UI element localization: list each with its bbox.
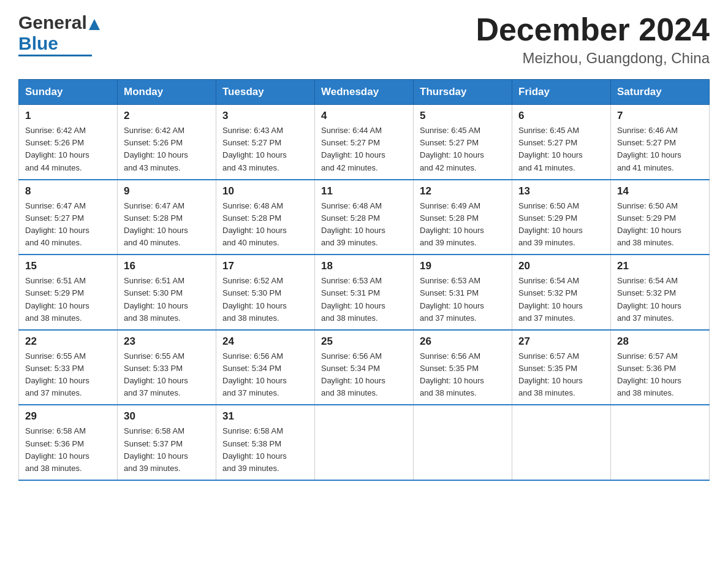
day-info: Sunrise: 6:56 AMSunset: 5:34 PMDaylight:…	[222, 350, 308, 400]
calendar-week-row: 29Sunrise: 6:58 AMSunset: 5:36 PMDayligh…	[19, 405, 710, 480]
calendar-cell: 5Sunrise: 6:45 AMSunset: 5:27 PMDaylight…	[414, 105, 512, 180]
day-info: Sunrise: 6:47 AMSunset: 5:27 PMDaylight:…	[25, 200, 111, 250]
day-info: Sunrise: 6:54 AMSunset: 5:32 PMDaylight:…	[518, 275, 604, 324]
day-number: 24	[222, 335, 308, 348]
day-number: 23	[124, 335, 210, 348]
day-info: Sunrise: 6:55 AMSunset: 5:33 PMDaylight:…	[25, 350, 111, 400]
header-monday: Monday	[118, 80, 216, 105]
day-info: Sunrise: 6:55 AMSunset: 5:33 PMDaylight:…	[124, 350, 210, 400]
calendar-cell: 28Sunrise: 6:57 AMSunset: 5:36 PMDayligh…	[611, 330, 710, 405]
logo-text-blue: Blue	[18, 33, 58, 54]
day-info: Sunrise: 6:57 AMSunset: 5:36 PMDaylight:…	[617, 350, 703, 400]
calendar-cell: 30Sunrise: 6:58 AMSunset: 5:37 PMDayligh…	[118, 405, 216, 480]
header-sunday: Sunday	[19, 80, 118, 105]
day-info: Sunrise: 6:42 AMSunset: 5:26 PMDaylight:…	[124, 124, 210, 174]
day-number: 17	[222, 260, 308, 272]
calendar-week-row: 1Sunrise: 6:42 AMSunset: 5:26 PMDaylight…	[19, 105, 710, 180]
logo-text-general: General	[18, 12, 87, 33]
day-info: Sunrise: 6:48 AMSunset: 5:28 PMDaylight:…	[321, 200, 407, 250]
weekday-header-row: Sunday Monday Tuesday Wednesday Thursday…	[19, 80, 710, 105]
day-info: Sunrise: 6:51 AMSunset: 5:30 PMDaylight:…	[124, 275, 210, 324]
header-thursday: Thursday	[414, 80, 512, 105]
calendar-cell: 21Sunrise: 6:54 AMSunset: 5:32 PMDayligh…	[611, 255, 710, 330]
day-number: 5	[420, 110, 506, 122]
day-info: Sunrise: 6:58 AMSunset: 5:37 PMDaylight:…	[124, 425, 210, 475]
day-info: Sunrise: 6:47 AMSunset: 5:28 PMDaylight:…	[124, 200, 210, 250]
day-number: 31	[222, 410, 308, 423]
calendar-cell: 9Sunrise: 6:47 AMSunset: 5:28 PMDaylight…	[118, 180, 216, 255]
calendar-cell: 19Sunrise: 6:53 AMSunset: 5:31 PMDayligh…	[414, 255, 512, 330]
calendar-cell	[315, 405, 414, 480]
calendar-cell: 27Sunrise: 6:57 AMSunset: 5:35 PMDayligh…	[512, 330, 611, 405]
day-info: Sunrise: 6:50 AMSunset: 5:29 PMDaylight:…	[617, 200, 703, 250]
calendar-cell: 4Sunrise: 6:44 AMSunset: 5:27 PMDaylight…	[315, 105, 414, 180]
day-info: Sunrise: 6:56 AMSunset: 5:35 PMDaylight:…	[420, 350, 506, 400]
day-number: 10	[222, 185, 308, 197]
calendar-cell: 26Sunrise: 6:56 AMSunset: 5:35 PMDayligh…	[414, 330, 512, 405]
day-info: Sunrise: 6:53 AMSunset: 5:31 PMDaylight:…	[420, 275, 506, 324]
day-info: Sunrise: 6:58 AMSunset: 5:38 PMDaylight:…	[222, 425, 308, 475]
day-number: 9	[124, 185, 210, 197]
day-info: Sunrise: 6:56 AMSunset: 5:34 PMDaylight:…	[321, 350, 407, 400]
day-info: Sunrise: 6:50 AMSunset: 5:29 PMDaylight:…	[518, 200, 604, 250]
calendar-cell: 14Sunrise: 6:50 AMSunset: 5:29 PMDayligh…	[611, 180, 710, 255]
calendar-cell: 24Sunrise: 6:56 AMSunset: 5:34 PMDayligh…	[216, 330, 315, 405]
calendar-cell: 2Sunrise: 6:42 AMSunset: 5:26 PMDaylight…	[118, 105, 216, 180]
calendar-cell: 23Sunrise: 6:55 AMSunset: 5:33 PMDayligh…	[118, 330, 216, 405]
day-info: Sunrise: 6:57 AMSunset: 5:35 PMDaylight:…	[518, 350, 604, 400]
calendar-week-row: 22Sunrise: 6:55 AMSunset: 5:33 PMDayligh…	[19, 330, 710, 405]
day-number: 15	[25, 260, 111, 272]
calendar-cell: 7Sunrise: 6:46 AMSunset: 5:27 PMDaylight…	[611, 105, 710, 180]
day-info: Sunrise: 6:42 AMSunset: 5:26 PMDaylight:…	[25, 124, 111, 174]
calendar-cell: 3Sunrise: 6:43 AMSunset: 5:27 PMDaylight…	[216, 105, 315, 180]
day-info: Sunrise: 6:46 AMSunset: 5:27 PMDaylight:…	[617, 124, 703, 174]
day-number: 27	[518, 335, 604, 348]
day-number: 21	[617, 260, 703, 272]
day-number: 11	[321, 185, 407, 197]
calendar-cell: 12Sunrise: 6:49 AMSunset: 5:28 PMDayligh…	[414, 180, 512, 255]
calendar-cell: 8Sunrise: 6:47 AMSunset: 5:27 PMDaylight…	[19, 180, 118, 255]
day-number: 7	[617, 110, 703, 122]
day-number: 13	[518, 185, 604, 197]
day-number: 16	[124, 260, 210, 272]
day-info: Sunrise: 6:44 AMSunset: 5:27 PMDaylight:…	[321, 124, 407, 174]
day-number: 14	[617, 185, 703, 197]
logo: General Blue	[18, 12, 100, 56]
calendar-cell: 18Sunrise: 6:53 AMSunset: 5:31 PMDayligh…	[315, 255, 414, 330]
calendar-cell: 6Sunrise: 6:45 AMSunset: 5:27 PMDaylight…	[512, 105, 611, 180]
day-number: 26	[420, 335, 506, 348]
calendar-cell: 11Sunrise: 6:48 AMSunset: 5:28 PMDayligh…	[315, 180, 414, 255]
calendar-cell: 16Sunrise: 6:51 AMSunset: 5:30 PMDayligh…	[118, 255, 216, 330]
calendar-cell: 1Sunrise: 6:42 AMSunset: 5:26 PMDaylight…	[19, 105, 118, 180]
day-number: 28	[617, 335, 703, 348]
title-section: December 2024 Meizhou, Guangdong, China	[476, 12, 710, 67]
calendar-cell: 17Sunrise: 6:52 AMSunset: 5:30 PMDayligh…	[216, 255, 315, 330]
day-number: 12	[420, 185, 506, 197]
day-number: 2	[124, 110, 210, 122]
calendar-table: Sunday Monday Tuesday Wednesday Thursday…	[18, 79, 710, 481]
header-saturday: Saturday	[611, 80, 710, 105]
day-info: Sunrise: 6:54 AMSunset: 5:32 PMDaylight:…	[617, 275, 703, 324]
calendar-cell	[512, 405, 611, 480]
day-info: Sunrise: 6:45 AMSunset: 5:27 PMDaylight:…	[420, 124, 506, 174]
day-number: 3	[222, 110, 308, 122]
calendar-cell: 25Sunrise: 6:56 AMSunset: 5:34 PMDayligh…	[315, 330, 414, 405]
day-info: Sunrise: 6:43 AMSunset: 5:27 PMDaylight:…	[222, 124, 308, 174]
day-info: Sunrise: 6:45 AMSunset: 5:27 PMDaylight:…	[518, 124, 604, 174]
page-header: General Blue December 2024 Meizhou, Guan…	[18, 12, 710, 67]
day-number: 20	[518, 260, 604, 272]
calendar-week-row: 8Sunrise: 6:47 AMSunset: 5:27 PMDaylight…	[19, 180, 710, 255]
logo-underline	[18, 55, 92, 56]
day-number: 18	[321, 260, 407, 272]
day-info: Sunrise: 6:51 AMSunset: 5:29 PMDaylight:…	[25, 275, 111, 324]
day-info: Sunrise: 6:58 AMSunset: 5:36 PMDaylight:…	[25, 425, 111, 475]
day-number: 19	[420, 260, 506, 272]
calendar-cell	[414, 405, 512, 480]
calendar-cell: 15Sunrise: 6:51 AMSunset: 5:29 PMDayligh…	[19, 255, 118, 330]
day-number: 6	[518, 110, 604, 122]
day-number: 30	[124, 410, 210, 423]
calendar-cell: 22Sunrise: 6:55 AMSunset: 5:33 PMDayligh…	[19, 330, 118, 405]
day-number: 22	[25, 335, 111, 348]
month-year-title: December 2024	[476, 12, 710, 47]
day-info: Sunrise: 6:52 AMSunset: 5:30 PMDaylight:…	[222, 275, 308, 324]
